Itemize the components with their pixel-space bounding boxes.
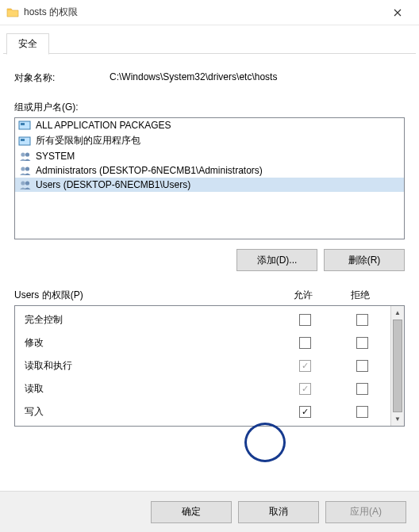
allow-checkbox[interactable] — [299, 360, 311, 372]
permissions-label: Users 的权限(P) — [14, 289, 275, 302]
deny-checkbox[interactable] — [356, 406, 368, 418]
deny-checkbox[interactable] — [356, 314, 368, 326]
groups-label: 组或用户名(G): — [14, 101, 405, 114]
allow-checkbox[interactable] — [299, 314, 311, 326]
scroll-up-icon[interactable]: ▲ — [391, 306, 404, 320]
tab-security[interactable]: 安全 — [6, 33, 49, 55]
permission-row: 修改 — [15, 331, 390, 354]
permission-name: 读取 — [25, 382, 276, 396]
svg-point-4 — [21, 152, 25, 156]
permission-row: 完全控制 — [15, 308, 390, 331]
svg-point-8 — [21, 181, 25, 185]
group-item[interactable]: ALL APPLICATION PACKAGES — [15, 118, 404, 132]
group-item-label: SYSTEM — [36, 151, 75, 162]
allow-checkbox[interactable] — [299, 383, 311, 395]
permission-row: 读取和执行 — [15, 354, 390, 377]
scroll-thumb[interactable] — [393, 320, 402, 412]
object-name-row: 对象名称: C:\Windows\System32\drivers\etc\ho… — [14, 71, 405, 85]
apply-button[interactable]: 应用(A) — [325, 501, 406, 523]
package-icon — [18, 136, 33, 147]
users-icon — [18, 151, 33, 162]
permission-row: 写入 — [15, 400, 390, 423]
groups-listbox[interactable]: ALL APPLICATION PACKAGES所有受限制的应用程序包SYSTE… — [14, 117, 405, 239]
permission-name: 读取和执行 — [25, 359, 276, 373]
group-item[interactable]: 所有受限制的应用程序包 — [15, 132, 404, 149]
svg-point-5 — [25, 152, 29, 156]
svg-rect-1 — [21, 123, 25, 125]
close-icon — [394, 9, 402, 17]
svg-rect-3 — [21, 139, 25, 141]
object-name-value: C:\Windows\System32\drivers\etc\hosts — [110, 71, 277, 85]
package-icon — [18, 120, 33, 131]
permission-name: 写入 — [25, 405, 276, 419]
group-item[interactable]: Administrators (DESKTOP-6NECMB1\Administ… — [15, 163, 404, 178]
group-item[interactable]: SYSTEM — [15, 149, 404, 163]
add-button[interactable]: 添加(D)... — [236, 249, 317, 271]
tab-strip: 安全 — [3, 33, 416, 54]
group-item-label: Users (DESKTOP-6NECMB1\Users) — [36, 179, 190, 190]
folder-icon — [6, 6, 19, 19]
svg-point-6 — [21, 166, 25, 170]
group-item-label: ALL APPLICATION PACKAGES — [36, 120, 171, 131]
titlebar: hosts 的权限 — [0, 0, 419, 25]
group-item-label: Administrators (DESKTOP-6NECMB1\Administ… — [36, 165, 263, 176]
permissions-header: Users 的权限(P) 允许 拒绝 — [14, 289, 405, 302]
scroll-down-icon[interactable]: ▼ — [391, 412, 404, 426]
allow-checkbox[interactable] — [299, 406, 311, 418]
deny-checkbox[interactable] — [356, 383, 368, 395]
window-title: hosts 的权限 — [24, 6, 379, 19]
svg-point-7 — [25, 166, 29, 170]
group-item[interactable]: Users (DESKTOP-6NECMB1\Users) — [15, 178, 404, 192]
permission-name: 修改 — [25, 336, 276, 350]
svg-point-9 — [25, 181, 29, 185]
allow-checkbox[interactable] — [299, 337, 311, 349]
dialog-button-bar: 确定 取消 应用(A) — [0, 491, 419, 532]
deny-checkbox[interactable] — [356, 337, 368, 349]
deny-checkbox[interactable] — [356, 360, 368, 372]
cancel-button[interactable]: 取消 — [238, 501, 319, 523]
users-icon — [18, 179, 33, 190]
users-icon — [18, 165, 33, 176]
permissions-table: 完全控制修改读取和执行读取写入 ▲ ▼ — [14, 305, 405, 427]
remove-button[interactable]: 删除(R) — [324, 249, 405, 271]
scrollbar[interactable]: ▲ ▼ — [390, 306, 404, 426]
deny-column-header: 拒绝 — [332, 289, 389, 302]
permission-name: 完全控制 — [25, 313, 276, 327]
allow-column-header: 允许 — [275, 289, 332, 302]
group-item-label: 所有受限制的应用程序包 — [36, 134, 140, 147]
permission-row: 读取 — [15, 377, 390, 400]
object-name-label: 对象名称: — [14, 71, 110, 85]
close-button[interactable] — [379, 0, 416, 25]
ok-button[interactable]: 确定 — [151, 501, 232, 523]
